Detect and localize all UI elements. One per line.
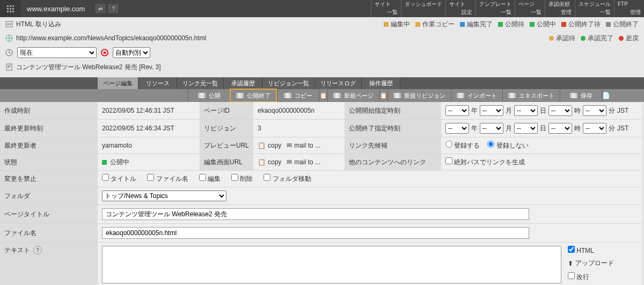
encoding-select[interactable]: 自動判別 <box>113 47 150 58</box>
nav-site-settings[interactable]: サイト設定 <box>445 0 475 17</box>
lock-edit[interactable]: 編集 <box>199 174 221 184</box>
publish-button[interactable]: 公開 <box>188 89 230 102</box>
page-title-input[interactable] <box>102 208 529 220</box>
mail-icon: ✉ <box>287 142 292 149</box>
unpublish-button[interactable]: 公開終了 <box>230 89 277 103</box>
pill-icon <box>284 93 291 98</box>
preview-url-label: プレビューURL <box>200 137 253 154</box>
pill-icon <box>508 93 516 98</box>
upload-button[interactable]: ⬆アップロード <box>568 259 614 268</box>
tab-backlinks[interactable]: リンク元一覧 <box>177 77 224 89</box>
nav-ftp[interactable]: FTP管理 <box>614 0 644 17</box>
import-icon <box>5 20 13 28</box>
copy-icon: 📋 <box>258 142 266 149</box>
status-published-icon <box>530 22 535 27</box>
edit-url-value: 📋copy ✉mail to ... <box>253 154 345 171</box>
status-ended-icon <box>606 22 611 27</box>
lock-filename[interactable]: ファイル名 <box>147 174 188 184</box>
pub-end-hour[interactable]: -- <box>548 123 572 134</box>
pub-start-label: 公開開始指定時刻 <box>345 102 441 120</box>
save-menu-icon[interactable]: 📄 <box>602 89 610 102</box>
record-icon[interactable] <box>101 49 108 56</box>
pub-start-day[interactable]: -- <box>514 105 538 116</box>
pub-end-year[interactable]: -- <box>445 123 469 134</box>
link-candidate-no-radio[interactable]: 登録しない <box>487 141 528 150</box>
status-endwait-icon <box>561 22 566 27</box>
preview-mailto-link[interactable]: ✉mail to ... <box>287 142 320 149</box>
tab-page-edit[interactable]: ページ編集 <box>98 77 138 89</box>
pub-start-min[interactable]: -- <box>583 105 606 116</box>
folder-select[interactable]: トップ/News & Topics <box>102 191 226 201</box>
lock-options: タイトル ファイル名 編集 削除 フォルダ移動 <box>98 171 642 187</box>
new-revision-button[interactable]: 新規リビジョン <box>387 89 451 102</box>
header-help-btn[interactable]: ? <box>108 4 118 13</box>
clock-icon[interactable] <box>5 49 13 56</box>
pub-end-min[interactable]: -- <box>583 123 606 134</box>
link-candidate-yes-radio[interactable]: 登録する <box>445 141 480 150</box>
pill-icon <box>570 93 577 98</box>
help-icon[interactable]: ? <box>33 246 42 254</box>
updated-label: 最終更新時刻 <box>0 120 98 137</box>
updated-value: 2022/09/05 12:46:34 JST <box>98 120 200 137</box>
export-button[interactable]: エキスポート <box>502 89 560 102</box>
nav-schedule[interactable]: スケジュール一覧 <box>575 0 614 17</box>
tab-approval-history[interactable]: 承認履歴 <box>224 77 262 89</box>
html-checkbox[interactable]: HTML <box>568 246 614 254</box>
svg-point-4 <box>104 52 106 54</box>
state-published-icon <box>102 160 107 165</box>
tab-release-log[interactable]: リリースログ <box>315 77 362 89</box>
text-textarea[interactable] <box>102 246 561 283</box>
status-editdone-icon <box>460 22 465 27</box>
tab-resource[interactable]: リソース <box>138 77 177 89</box>
pub-start-hour[interactable]: -- <box>548 105 572 116</box>
link-candidate-label: リンク先候補 <box>345 137 441 154</box>
nav-approval[interactable]: 承認依頼管理 <box>545 0 575 17</box>
import-label[interactable]: HTML 取り込み <box>16 20 61 29</box>
history-row: 現在 自動判別 <box>0 45 644 60</box>
page-title-label: ページタイトル <box>0 205 98 224</box>
lock-delete[interactable]: 削除 <box>231 174 253 184</box>
text-label: テキスト ? <box>0 243 98 285</box>
copy-icon: 📋 <box>258 158 266 166</box>
page-icon <box>5 63 13 71</box>
filename-input[interactable] <box>102 227 529 239</box>
folder-label: フォルダ <box>0 187 98 205</box>
import-row: HTML 取り込み 編集中 作業コピー 編集完了 公開待 公開中 公開終了待 公… <box>0 17 644 31</box>
lock-title[interactable]: タイトル <box>102 174 136 184</box>
copy-clipboard-icon[interactable]: 📋 <box>319 89 327 102</box>
pub-end-month[interactable]: -- <box>480 123 503 134</box>
nav-template-list[interactable]: テンプレート一覧 <box>475 0 515 17</box>
pill-icon <box>333 93 341 98</box>
link-candidate-value: 登録する 登録しない <box>441 137 642 154</box>
linebreak-checkbox[interactable]: 改行 <box>568 272 614 282</box>
new-page-clipboard-icon[interactable]: 📋 <box>379 89 387 102</box>
new-page-button[interactable]: 新規ページ <box>327 89 379 102</box>
preview-copy-link[interactable]: 📋copy <box>258 142 281 149</box>
site-name: www.example.com <box>20 0 91 17</box>
pub-end-day[interactable]: -- <box>514 123 538 134</box>
edit-mailto-link[interactable]: ✉mail to ... <box>287 158 320 166</box>
pub-end-label: 公開終了指定時刻 <box>345 120 441 137</box>
lock-move[interactable]: フォルダ移動 <box>264 174 311 184</box>
other-link-value: 絶対パスでリンクを生成 <box>441 154 642 171</box>
nav-dashboard[interactable]: ダッシュボード <box>401 0 445 17</box>
time-select[interactable]: 現在 <box>17 47 97 58</box>
nav-page-list[interactable]: ページ一覧 <box>515 0 545 17</box>
tab-operation-log[interactable]: 操作履歴 <box>362 77 400 89</box>
pub-start-month[interactable]: -- <box>480 105 503 116</box>
pub-start-year[interactable]: -- <box>445 105 469 116</box>
page-title-display: コンテンツ管理ツール WebRelease2 発売 [Rev. 3] <box>16 63 161 72</box>
status-pubwait-icon <box>498 22 503 27</box>
header-btn-1[interactable]: ⇄ <box>96 4 105 13</box>
tab-revisions[interactable]: リビジョン一覧 <box>262 77 315 89</box>
import-button[interactable]: インポート <box>451 89 502 102</box>
copy-button[interactable]: コピー <box>277 89 319 102</box>
app-menu-icon[interactable] <box>0 0 20 17</box>
approval-done-icon <box>581 36 586 41</box>
abs-path-checkbox[interactable]: 絶対パスでリンクを生成 <box>445 157 525 167</box>
updater-label: 最終更新者 <box>0 137 98 154</box>
nav-site-list[interactable]: サイト一覧 <box>371 0 401 17</box>
mail-icon: ✉ <box>287 158 292 166</box>
edit-copy-link[interactable]: 📋copy <box>258 158 281 166</box>
save-button[interactable]: 保存 <box>560 89 602 102</box>
